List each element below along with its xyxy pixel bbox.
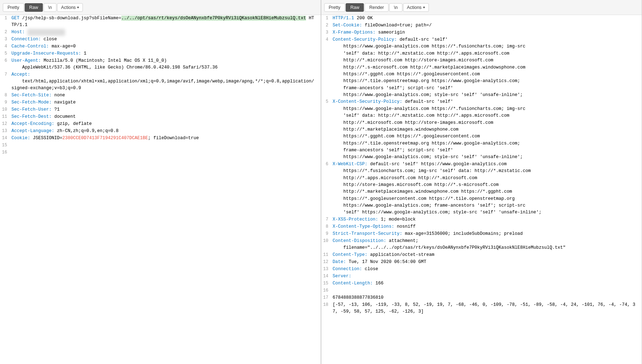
line-row: 15 Content-Length: 166: [321, 280, 642, 287]
tab-n-right[interactable]: \n: [389, 3, 402, 12]
line-row: 5 Upgrade-Insecure-Requests: 1: [0, 50, 317, 57]
line-row: 6 User-Agent: Mozilla/5.0 (Macintosh; In…: [0, 57, 317, 71]
right-toolbar: Pretty Raw Render \n Actions ▾: [321, 0, 642, 15]
line-row: 12 Date: Tue, 17 Nov 2020 06:54:00 GMT: [321, 259, 642, 266]
line-row: 13 Accept-Language: zh-CN,zh;q=0.9,en;q=…: [0, 128, 317, 135]
left-toolbar: Pretty Raw \n Actions ▾: [0, 0, 321, 15]
left-content: 1 GET /jsp/help-sb-download.jsp?sbFileNa…: [0, 15, 321, 364]
tab-pretty-left[interactable]: Pretty: [3, 3, 24, 12]
line-row: 5 X-Content-Security-Policy: default-src…: [321, 98, 642, 161]
tab-render-right[interactable]: Render: [365, 3, 388, 12]
line-row: 9 Strict-Transport-Security: max-age=315…: [321, 231, 642, 238]
line-row: 10 Sec-Fetch-User: ?1: [0, 106, 317, 113]
tab-n-left[interactable]: \n: [44, 3, 56, 12]
actions-button-right[interactable]: Actions ▾: [403, 3, 429, 12]
line-row: 4 Content-Security-Policy: default-src '…: [321, 36, 642, 98]
line-row: 14 Cookie: JSESSIONID=2380CCE0D7413F7194…: [0, 135, 317, 142]
line-row: 10 Content-Disposition: attachment; file…: [321, 238, 642, 252]
line-row: 16: [321, 287, 642, 294]
line-row: 15: [0, 142, 317, 149]
line-row: 11 Content-Type: application/octet-strea…: [321, 252, 642, 259]
line-row: 1 HTTP/1.1 200 OK: [321, 15, 642, 22]
line-row: 11 Sec-Fetch-Dest: document: [0, 113, 317, 121]
right-pane: Pretty Raw Render \n Actions ▾ 1 HTTP/1.…: [321, 0, 642, 364]
chevron-down-icon-right: ▾: [423, 5, 425, 9]
line-row: 18 [-57, -13, 106, -119, -33, 8, 52, -19…: [321, 302, 642, 315]
line-row: 16: [0, 149, 317, 156]
line-row: 8 Sec-Fetch-Site: none: [0, 92, 317, 99]
line-row: 3 X-Frame-Options: sameorigin: [321, 29, 642, 36]
chevron-down-icon: ▾: [77, 5, 79, 9]
tab-raw-right[interactable]: Raw: [346, 3, 364, 12]
line-row: 3 Connection: close: [0, 36, 317, 43]
left-pane: Pretty Raw \n Actions ▾ 1 GET /jsp/help-…: [0, 0, 321, 364]
tab-pretty-right[interactable]: Pretty: [324, 3, 345, 12]
line-row: 7 X-XSS-Protection: 1; mode=block: [321, 216, 642, 223]
line-row: 1 GET /jsp/help-sb-download.jsp?sbFileNa…: [0, 15, 317, 29]
line-row: 6 X-WebKit-CSP: default-src 'self' https…: [321, 161, 642, 216]
line-row: 2 Set-Cookie: fileDownload=true; path=/: [321, 22, 642, 29]
line-row: 4 Cache-Control: max-age=0: [0, 43, 317, 50]
line-row: 9 Sec-Fetch-Mode: navigate: [0, 99, 317, 106]
line-row: 14 Server:: [321, 273, 642, 280]
line-row: 13 Connection: close: [321, 266, 642, 273]
line-row: 12 Accept-Encoding: gzip, deflate: [0, 121, 317, 128]
line-row: 7 Accept: text/html,application/xhtml+xm…: [0, 71, 317, 92]
tab-raw-left[interactable]: Raw: [25, 3, 43, 12]
line-row: 17 6784888388877836810: [321, 294, 642, 302]
line-row: 8 X-Content-Type-Options: nosniff: [321, 223, 642, 231]
line-row: 2 Host: ██ ██ ██ ██: [0, 29, 317, 36]
actions-button-left[interactable]: Actions ▾: [57, 3, 83, 12]
right-content: 1 HTTP/1.1 200 OK 2 Set-Cookie: fileDown…: [321, 15, 642, 364]
